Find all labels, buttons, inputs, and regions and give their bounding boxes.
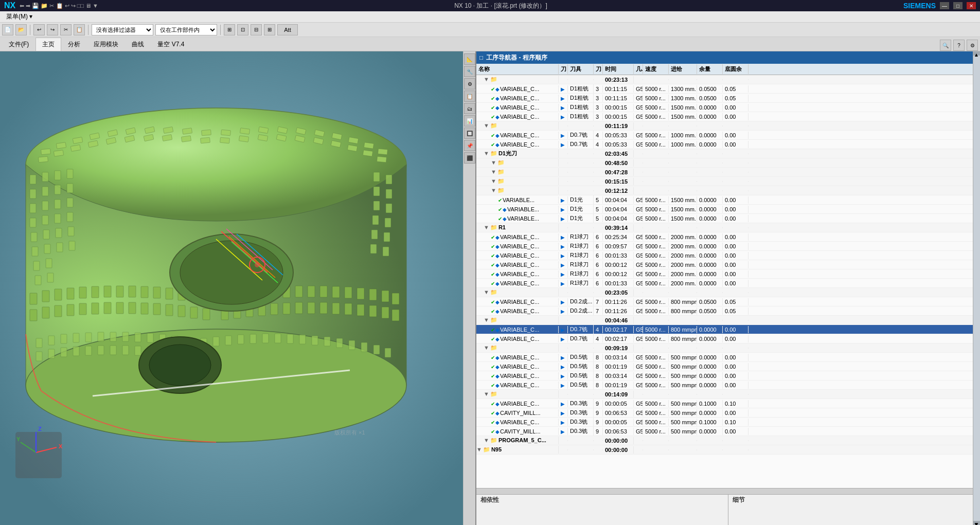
- table-row[interactable]: ✔◆VARIABLE_C...▶D0.7铣400:05:33G545000 r.…: [476, 131, 980, 140]
- copy-btn[interactable]: 📋: [74, 24, 85, 35]
- table-row[interactable]: ▼📁00:11:19: [476, 121, 980, 131]
- side-btn-4[interactable]: 📋: [464, 90, 475, 102]
- table-row[interactable]: ✔◆VARIABLE_C...▶D0.5铣800:03:14G545000 r.…: [476, 353, 980, 362]
- table-row[interactable]: ▼📁00:09:19: [476, 343, 980, 353]
- table-row[interactable]: ✔◆CAVITY_MILL...▶D0.3铣900:06:53G545000 r…: [476, 427, 980, 436]
- search-btn[interactable]: 🔍: [940, 40, 951, 51]
- side-btn-9[interactable]: ⬛: [464, 152, 475, 164]
- side-btn-5[interactable]: 🗂: [464, 103, 475, 114]
- table-row[interactable]: ▼📁00:04:46: [476, 316, 980, 325]
- expand-icon[interactable]: ▼: [484, 437, 489, 443]
- table-row[interactable]: ▼📁00:12:12: [476, 186, 980, 195]
- help-btn[interactable]: ?: [953, 40, 965, 51]
- view-btn4[interactable]: ⊞: [264, 24, 275, 35]
- tab-analysis[interactable]: 分析: [61, 38, 87, 51]
- table-row[interactable]: ✔◆VARIABLE_C...▶R1球刀600:00:12G595000 r..…: [476, 269, 980, 279]
- expand-icon[interactable]: ▼: [484, 122, 489, 129]
- scroll-track[interactable]: [973, 57, 980, 520]
- expand-icon[interactable]: ▼: [491, 187, 496, 193]
- table-row[interactable]: ✔◆VARIABLE_C...▶D0.5铣800:01:19G545000 r.…: [476, 381, 980, 390]
- side-btn-2[interactable]: 🔧: [464, 66, 475, 77]
- table-body[interactable]: ▼📁00:23:13✔◆VARIABLE_C...▶D1粗铣300:11:15G…: [476, 75, 980, 488]
- expand-icon[interactable]: ▼: [484, 345, 489, 351]
- expand-icon[interactable]: ▼: [484, 150, 489, 156]
- view-btn3[interactable]: ⊟: [251, 24, 262, 35]
- expand-icon[interactable]: ▼: [484, 317, 489, 323]
- table-row[interactable]: ▼📁00:23:13: [476, 75, 980, 84]
- table-row[interactable]: ✔◆CAVITY_MILL...▶D0.3铣900:06:53G545000 r…: [476, 408, 980, 418]
- table-row[interactable]: ▼📁R100:39:14: [476, 223, 980, 232]
- table-row[interactable]: ▼📁00:47:28: [476, 168, 980, 177]
- expand-icon[interactable]: ▼: [484, 224, 489, 230]
- tab-curve[interactable]: 曲线: [125, 38, 151, 51]
- scroll-down[interactable]: ▼: [973, 521, 980, 525]
- side-btn-3[interactable]: ⚙: [464, 78, 475, 89]
- table-row[interactable]: ✔◆VARIABLE_C...▶D1粗铣300:11:15G545000 r..…: [476, 84, 980, 94]
- table-row[interactable]: ✔◆VARIABLE_C...▶D0.3铣900:00:05G545000 r.…: [476, 418, 980, 427]
- expand-icon[interactable]: ▼: [491, 169, 496, 175]
- table-row[interactable]: ✔◆VARIABLE_C...▶R1球刀600:00:12G595000 r..…: [476, 260, 980, 269]
- side-btn-8[interactable]: 📌: [464, 140, 475, 151]
- open-btn[interactable]: 📂: [15, 24, 27, 35]
- table-row[interactable]: ▼📁N9500:00:00: [476, 445, 980, 455]
- filter-dropdown[interactable]: 没有选择过滤器: [92, 24, 153, 35]
- new-btn[interactable]: 📄: [2, 24, 13, 35]
- cell-corner: [723, 172, 749, 173]
- cell-feed: 500 mmpm: [669, 382, 697, 389]
- table-row[interactable]: ✔◆VARIABLE_C...▶D1粗铣300:11:15G545000 r..…: [476, 94, 980, 103]
- table-row[interactable]: ✔◆VARIABLE_C...▶D0.2成...700:11:26G545000…: [476, 306, 980, 316]
- tab-app[interactable]: 应用模块: [87, 38, 125, 51]
- table-row[interactable]: ▼📁D1光刀02:03:45: [476, 149, 980, 158]
- svg-rect-22: [378, 149, 388, 155]
- cut-btn[interactable]: ✂: [60, 24, 72, 35]
- expand-icon[interactable]: ▼: [491, 178, 496, 184]
- expand-icon[interactable]: ▼: [484, 289, 489, 295]
- scroll-up[interactable]: ▲: [973, 51, 980, 56]
- scope-dropdown[interactable]: 仅在工作部件内: [155, 24, 217, 35]
- close-btn[interactable]: ✕: [967, 2, 976, 9]
- minimize-btn[interactable]: —: [940, 2, 949, 9]
- expand-icon[interactable]: ▼: [476, 446, 482, 452]
- table-row[interactable]: ✔◆VARIABLE_C...▶D0.7铣400:05:33G545000 r.…: [476, 140, 980, 149]
- view-btn2[interactable]: ⊡: [237, 24, 248, 35]
- table-row[interactable]: ✔◆VARIABLE_C...▶R1球刀600:01:33G595000 r..…: [476, 251, 980, 260]
- expand-icon[interactable]: ▼: [484, 391, 489, 397]
- table-row[interactable]: ▼📁PROGRAM_5_C...00:00:00: [476, 436, 980, 445]
- view-btn1[interactable]: ⊞: [224, 24, 235, 35]
- tab-file[interactable]: 文件(F): [2, 38, 35, 51]
- table-row[interactable]: ✔◆VARIABLE...▶D1光500:04:04G545000 r...15…: [476, 214, 980, 223]
- table-row[interactable]: ✔◆VARIABLE_C...▶D0.5铣800:01:19G545000 r.…: [476, 362, 980, 371]
- table-row[interactable]: ✔◆VARIABLE_C...▶D0.2成...700:11:26G545000…: [476, 297, 980, 306]
- side-btn-7[interactable]: 🔲: [464, 128, 475, 139]
- viewport[interactable]: /* teeth rendered via SVG rects below */: [0, 51, 475, 525]
- table-row[interactable]: ▼📁00:14:09: [476, 390, 980, 399]
- table-row[interactable]: ✔◆VARIABLE...▶D1光500:04:04G545000 r...15…: [476, 205, 980, 214]
- maximize-btn[interactable]: □: [953, 2, 963, 9]
- table-row[interactable]: ✔◆VARIABLE_C...▶D1粗铣300:00:15G545000 r..…: [476, 103, 980, 112]
- expand-icon[interactable]: ▼: [484, 76, 489, 82]
- undo-btn[interactable]: ↩: [33, 24, 45, 35]
- expand-icon[interactable]: ▼: [491, 159, 496, 166]
- table-row[interactable]: ✔◆VARIABLE_C...▶D0.3铣900:00:05G545000 r.…: [476, 399, 980, 408]
- side-btn-1[interactable]: 📐: [464, 53, 475, 65]
- tab-v74[interactable]: 量空 V7.4: [151, 38, 191, 51]
- table-row[interactable]: ✔◆VARIABLE_C...▶D0.7铣400:02:17G545000 r.…: [476, 334, 980, 343]
- table-row[interactable]: ▼📁00:48:50: [476, 158, 980, 168]
- svg-rect-176: [287, 334, 293, 343]
- menu-item-main[interactable]: 菜单(M) ▾: [2, 11, 37, 22]
- h-scrollbar[interactable]: [476, 488, 980, 494]
- table-row[interactable]: ✔◆VARIABLE_C...▶R1球刀600:09:57G595000 r..…: [476, 242, 980, 251]
- att-btn[interactable]: Att: [277, 24, 298, 35]
- table-row[interactable]: ▼📁00:23:05: [476, 288, 980, 297]
- table-row[interactable]: ✔◆VARIABLE_C...▶R1球刀600:25:34G595000 r..…: [476, 232, 980, 242]
- table-row[interactable]: ✔◆VARIABLE_C...▶D0.7铣400:02:17G545000 r.…: [476, 325, 980, 334]
- table-row[interactable]: ▼📁00:15:15: [476, 177, 980, 186]
- tab-home[interactable]: 主页: [35, 38, 61, 51]
- table-row[interactable]: ✔◆VARIABLE_C...▶R1球刀600:01:33G595000 r..…: [476, 279, 980, 288]
- table-row[interactable]: ✔◆VARIABLE_C...▶D1粗铣300:00:15G545000 r..…: [476, 112, 980, 121]
- side-btn-6[interactable]: 📊: [464, 115, 475, 126]
- redo-btn[interactable]: ↪: [47, 24, 58, 35]
- table-row[interactable]: ✔◆VARIABLE_C...▶D0.5铣800:03:14G545000 r.…: [476, 371, 980, 381]
- settings-btn[interactable]: ⚙: [967, 40, 978, 51]
- table-row[interactable]: ✔VARIABLE...▶D1光500:04:04G545000 r...150…: [476, 195, 980, 205]
